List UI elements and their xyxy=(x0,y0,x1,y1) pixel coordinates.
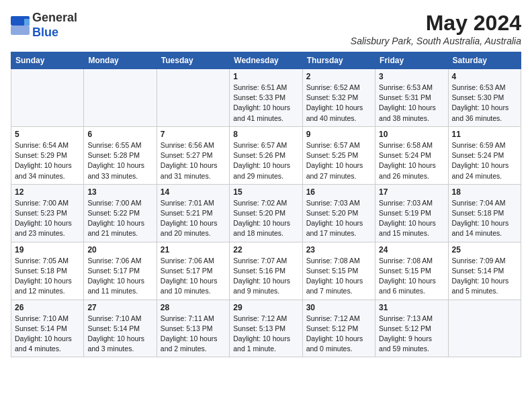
calendar-cell: 21Sunrise: 7:06 AMSunset: 5:17 PMDayligh… xyxy=(157,242,229,300)
day-number: 21 xyxy=(161,245,226,255)
calendar-cell: 23Sunrise: 7:08 AMSunset: 5:15 PMDayligh… xyxy=(302,242,375,300)
calendar-week-3: 12Sunrise: 7:00 AMSunset: 5:23 PMDayligh… xyxy=(11,184,521,242)
day-number: 25 xyxy=(452,245,517,255)
day-number: 18 xyxy=(452,187,517,197)
calendar-cell: 4Sunrise: 6:53 AMSunset: 5:30 PMDaylight… xyxy=(448,69,521,127)
day-number: 22 xyxy=(233,245,298,255)
day-number: 27 xyxy=(87,303,152,312)
day-info: Sunrise: 7:11 AMSunset: 5:13 PMDaylight:… xyxy=(161,314,226,355)
svg-marker-2 xyxy=(24,19,30,26)
day-number: 28 xyxy=(161,303,226,312)
day-info: Sunrise: 7:05 AMSunset: 5:18 PMDaylight:… xyxy=(15,256,80,297)
calendar-cell xyxy=(84,69,157,127)
day-number: 10 xyxy=(379,130,444,139)
calendar-cell: 8Sunrise: 6:57 AMSunset: 5:26 PMDaylight… xyxy=(230,126,302,184)
calendar-cell: 11Sunrise: 6:59 AMSunset: 5:24 PMDayligh… xyxy=(448,126,521,184)
day-number: 19 xyxy=(15,245,80,255)
day-info: Sunrise: 7:12 AMSunset: 5:12 PMDaylight:… xyxy=(306,314,371,355)
day-number: 11 xyxy=(452,130,517,139)
calendar-cell xyxy=(448,300,521,357)
weekday-wednesday: Wednesday xyxy=(230,52,302,69)
day-number: 23 xyxy=(306,245,371,255)
day-number: 7 xyxy=(161,130,226,139)
calendar-cell: 15Sunrise: 7:02 AMSunset: 5:20 PMDayligh… xyxy=(230,184,302,242)
day-number: 5 xyxy=(15,130,80,139)
weekday-tuesday: Tuesday xyxy=(157,52,229,69)
weekday-monday: Monday xyxy=(84,52,157,69)
day-info: Sunrise: 7:02 AMSunset: 5:20 PMDaylight:… xyxy=(233,198,298,239)
calendar-cell: 24Sunrise: 7:08 AMSunset: 5:15 PMDayligh… xyxy=(375,242,448,300)
logo-icon xyxy=(11,16,30,35)
calendar-table: SundayMondayTuesdayWednesdayThursdayFrid… xyxy=(11,52,521,357)
day-info: Sunrise: 7:00 AMSunset: 5:23 PMDaylight:… xyxy=(15,198,80,239)
day-number: 17 xyxy=(379,187,444,197)
day-info: Sunrise: 6:54 AMSunset: 5:29 PMDaylight:… xyxy=(15,140,80,181)
day-number: 26 xyxy=(15,303,80,312)
day-info: Sunrise: 6:57 AMSunset: 5:25 PMDaylight:… xyxy=(306,140,371,181)
day-info: Sunrise: 6:52 AMSunset: 5:32 PMDaylight:… xyxy=(306,83,371,124)
calendar-body: 1Sunrise: 6:51 AMSunset: 5:33 PMDaylight… xyxy=(11,69,521,357)
title-block: May 2024 Salisbury Park, South Australia… xyxy=(351,11,521,46)
weekday-header-row: SundayMondayTuesdayWednesdayThursdayFrid… xyxy=(11,52,521,69)
day-number: 9 xyxy=(306,130,371,139)
calendar-week-4: 19Sunrise: 7:05 AMSunset: 5:18 PMDayligh… xyxy=(11,242,521,300)
calendar-cell: 18Sunrise: 7:04 AMSunset: 5:18 PMDayligh… xyxy=(448,184,521,242)
calendar-cell: 27Sunrise: 7:10 AMSunset: 5:14 PMDayligh… xyxy=(84,300,157,357)
day-info: Sunrise: 7:03 AMSunset: 5:19 PMDaylight:… xyxy=(379,198,444,239)
day-number: 16 xyxy=(306,187,371,197)
day-info: Sunrise: 7:13 AMSunset: 5:12 PMDaylight:… xyxy=(379,314,444,355)
logo-general: General xyxy=(32,11,77,24)
calendar-cell: 28Sunrise: 7:11 AMSunset: 5:13 PMDayligh… xyxy=(157,300,229,357)
day-info: Sunrise: 6:58 AMSunset: 5:24 PMDaylight:… xyxy=(379,140,444,181)
day-number: 15 xyxy=(233,187,298,197)
day-number: 13 xyxy=(87,187,152,197)
day-info: Sunrise: 7:01 AMSunset: 5:21 PMDaylight:… xyxy=(161,198,226,239)
calendar-cell: 6Sunrise: 6:55 AMSunset: 5:28 PMDaylight… xyxy=(84,126,157,184)
calendar-header: SundayMondayTuesdayWednesdayThursdayFrid… xyxy=(11,52,521,69)
day-info: Sunrise: 7:10 AMSunset: 5:14 PMDaylight:… xyxy=(87,314,152,355)
day-info: Sunrise: 6:51 AMSunset: 5:33 PMDaylight:… xyxy=(233,83,298,124)
calendar-cell: 9Sunrise: 6:57 AMSunset: 5:25 PMDaylight… xyxy=(302,126,375,184)
day-info: Sunrise: 7:00 AMSunset: 5:22 PMDaylight:… xyxy=(87,198,152,239)
day-number: 14 xyxy=(161,187,226,197)
svg-rect-1 xyxy=(11,26,30,35)
logo-text: General Blue xyxy=(32,11,77,40)
calendar-cell: 30Sunrise: 7:12 AMSunset: 5:12 PMDayligh… xyxy=(302,300,375,357)
calendar-cell: 20Sunrise: 7:06 AMSunset: 5:17 PMDayligh… xyxy=(84,242,157,300)
day-info: Sunrise: 7:08 AMSunset: 5:15 PMDaylight:… xyxy=(306,256,371,297)
calendar-cell: 3Sunrise: 6:53 AMSunset: 5:31 PMDaylight… xyxy=(375,69,448,127)
day-info: Sunrise: 7:07 AMSunset: 5:16 PMDaylight:… xyxy=(233,256,298,297)
calendar-cell: 19Sunrise: 7:05 AMSunset: 5:18 PMDayligh… xyxy=(11,242,84,300)
day-number: 4 xyxy=(452,72,517,81)
calendar-cell: 12Sunrise: 7:00 AMSunset: 5:23 PMDayligh… xyxy=(11,184,84,242)
day-info: Sunrise: 7:12 AMSunset: 5:13 PMDaylight:… xyxy=(233,314,298,355)
calendar-week-1: 1Sunrise: 6:51 AMSunset: 5:33 PMDaylight… xyxy=(11,69,521,127)
calendar-cell: 16Sunrise: 7:03 AMSunset: 5:20 PMDayligh… xyxy=(302,184,375,242)
calendar-cell xyxy=(157,69,229,127)
day-info: Sunrise: 6:57 AMSunset: 5:26 PMDaylight:… xyxy=(233,140,298,181)
weekday-saturday: Saturday xyxy=(448,52,521,69)
day-info: Sunrise: 7:10 AMSunset: 5:14 PMDaylight:… xyxy=(15,314,80,355)
logo-blue: Blue xyxy=(32,26,58,39)
day-info: Sunrise: 7:08 AMSunset: 5:15 PMDaylight:… xyxy=(379,256,444,297)
calendar-cell: 13Sunrise: 7:00 AMSunset: 5:22 PMDayligh… xyxy=(84,184,157,242)
day-info: Sunrise: 7:06 AMSunset: 5:17 PMDaylight:… xyxy=(87,256,152,297)
day-info: Sunrise: 7:06 AMSunset: 5:17 PMDaylight:… xyxy=(161,256,226,297)
month-title: May 2024 xyxy=(351,11,521,36)
calendar-cell: 10Sunrise: 6:58 AMSunset: 5:24 PMDayligh… xyxy=(375,126,448,184)
calendar-cell: 14Sunrise: 7:01 AMSunset: 5:21 PMDayligh… xyxy=(157,184,229,242)
day-info: Sunrise: 7:09 AMSunset: 5:14 PMDaylight:… xyxy=(452,256,517,297)
day-info: Sunrise: 6:53 AMSunset: 5:31 PMDaylight:… xyxy=(379,83,444,124)
calendar-cell: 25Sunrise: 7:09 AMSunset: 5:14 PMDayligh… xyxy=(448,242,521,300)
day-number: 1 xyxy=(233,72,298,81)
day-info: Sunrise: 6:56 AMSunset: 5:27 PMDaylight:… xyxy=(161,140,226,181)
calendar-week-2: 5Sunrise: 6:54 AMSunset: 5:29 PMDaylight… xyxy=(11,126,521,184)
calendar-cell xyxy=(11,69,84,127)
day-number: 2 xyxy=(306,72,371,81)
day-number: 12 xyxy=(15,187,80,197)
weekday-thursday: Thursday xyxy=(302,52,375,69)
calendar-cell: 7Sunrise: 6:56 AMSunset: 5:27 PMDaylight… xyxy=(157,126,229,184)
calendar-cell: 31Sunrise: 7:13 AMSunset: 5:12 PMDayligh… xyxy=(375,300,448,357)
calendar-cell: 1Sunrise: 6:51 AMSunset: 5:33 PMDaylight… xyxy=(230,69,302,127)
day-info: Sunrise: 7:04 AMSunset: 5:18 PMDaylight:… xyxy=(452,198,517,239)
